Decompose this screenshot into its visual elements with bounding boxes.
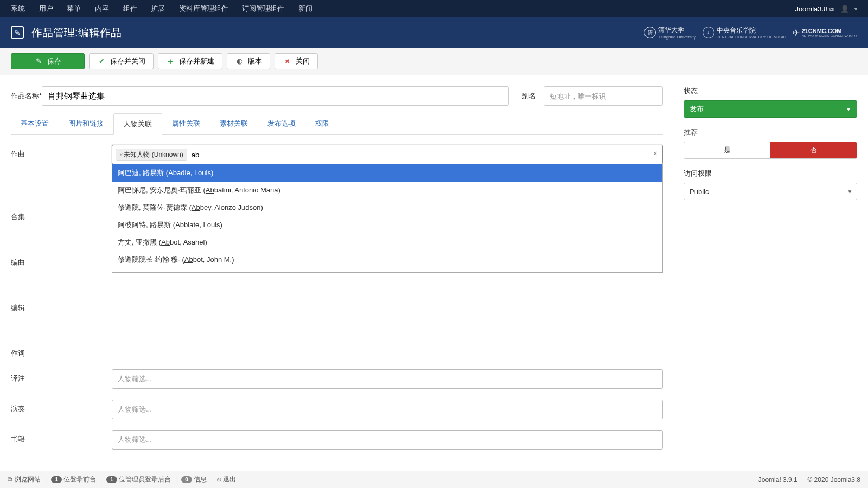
- chip-remove-icon[interactable]: ×: [119, 151, 123, 158]
- close-icon: [283, 57, 291, 66]
- check-icon: [97, 57, 106, 66]
- nav-item[interactable]: 组件: [123, 4, 137, 12]
- lyricist-label: 作词: [11, 344, 112, 358]
- count-badge: 0: [181, 476, 192, 483]
- dropdown-option[interactable]: 方丈, 亚撒黑 (Abbot, Asahel): [112, 234, 662, 251]
- dropdown-option[interactable]: 修道院, 莫隆佐·贾德森 (Abbey, Alonzo Judson): [112, 199, 662, 216]
- tsinghua-logo-icon: 清: [644, 27, 656, 38]
- editor-label: 编辑: [11, 299, 112, 313]
- nav-item[interactable]: 用户: [39, 4, 53, 12]
- admin-top-nav: 系统 用户 菜单 内容 组件 扩展 资料库管理组件 订阅管理组件 新闻 Joom…: [0, 0, 868, 17]
- save-icon: [34, 57, 43, 66]
- save-new-button[interactable]: 保存并新建: [158, 53, 222, 69]
- alias-input[interactable]: [544, 86, 663, 106]
- nav-item[interactable]: 菜单: [67, 4, 81, 12]
- performer-label: 演奏: [11, 400, 112, 419]
- featured-yes[interactable]: 是: [684, 142, 770, 158]
- logout-icon: ⎋: [217, 476, 221, 483]
- nav-item[interactable]: 扩展: [151, 4, 165, 12]
- book-multiselect[interactable]: 人物筛选...: [112, 430, 663, 450]
- dropdown-option[interactable]: 阿巴悌尼, 安东尼奥·玛丽亚 (Abbatini, Antonio Maria): [112, 182, 662, 199]
- caret-down-icon: ▼: [846, 106, 851, 112]
- composer-multiselect[interactable]: ×未知人物 (Unknown): [112, 145, 663, 164]
- user-icon[interactable]: [840, 5, 848, 12]
- status-bar: ⧉浏览网站 | 1 位登录前台 | 1 位管理员登录后台 | 0 信息 | ⎋ …: [0, 471, 868, 488]
- partner-logos: 清清华大学Tsinghua University ♪中央音乐学院CENTRAL …: [644, 25, 857, 40]
- cnmc-logo-icon: ✈: [793, 28, 800, 38]
- page-title: 作品管理:编辑作品: [31, 25, 122, 40]
- book-label: 书籍: [11, 430, 112, 450]
- nav-item[interactable]: 资料库管理组件: [179, 4, 228, 12]
- versions-button[interactable]: 版本: [227, 53, 270, 69]
- performer-multiselect[interactable]: 人物筛选...: [112, 400, 663, 419]
- caret-down-icon[interactable]: ▾: [854, 6, 857, 12]
- selected-chip: ×未知人物 (Unknown): [116, 149, 187, 161]
- nav-item[interactable]: 系统: [11, 4, 25, 12]
- tab-attrs[interactable]: 属性关联: [162, 113, 210, 134]
- annotator-label: 译注: [11, 369, 112, 389]
- work-name-label: 作品名称: [11, 92, 39, 100]
- featured-no[interactable]: 否: [770, 142, 857, 158]
- work-name-input[interactable]: [42, 86, 509, 106]
- nav-left: 系统 用户 菜单 内容 组件 扩展 资料库管理组件 订阅管理组件 新闻: [11, 4, 324, 14]
- annotator-multiselect[interactable]: 人物筛选...: [112, 369, 663, 389]
- nav-item[interactable]: 订阅管理组件: [242, 4, 284, 12]
- count-badge: 1: [51, 476, 62, 483]
- access-select[interactable]: Public▼: [684, 183, 857, 200]
- toolbar: 保存 保存并关闭 保存并新建 版本 关闭: [0, 48, 868, 75]
- nav-item[interactable]: 内容: [95, 4, 109, 12]
- caret-down-icon: ▼: [847, 189, 853, 195]
- edit-icon: ✎: [11, 26, 24, 39]
- collection-label: 合集: [11, 208, 112, 222]
- tab-materials[interactable]: 素材关联: [210, 113, 258, 134]
- close-button[interactable]: 关闭: [275, 53, 318, 69]
- composer-label: 作曲: [11, 145, 112, 164]
- status-label: 状态: [684, 86, 857, 96]
- tabs: 基本设置 图片和链接 人物关联 属性关联 素材关联 发布选项 权限: [11, 113, 663, 135]
- alias-label: 别名: [522, 91, 544, 101]
- ccom-logo-icon: ♪: [703, 27, 714, 38]
- footer-version: Joomla! 3.9.1 — © 2020 Joomla3.8: [758, 476, 860, 484]
- featured-label: 推荐: [684, 127, 857, 137]
- composer-dropdown: 阿巴迪, 路易斯 (Abadie, Louis)阿巴悌尼, 安东尼奥·玛丽亚 (…: [112, 164, 663, 273]
- access-label: 访问权限: [684, 169, 857, 178]
- versions-icon: [235, 57, 244, 66]
- tab-basic[interactable]: 基本设置: [11, 113, 59, 134]
- tab-images[interactable]: 图片和链接: [59, 113, 113, 134]
- site-name-link[interactable]: Joomla3.8 ⧉: [795, 5, 834, 13]
- frontend-users-link[interactable]: 1 位登录前台: [51, 475, 96, 484]
- save-close-button[interactable]: 保存并关闭: [89, 53, 154, 69]
- messages-link[interactable]: 0 信息: [181, 475, 207, 484]
- external-link-icon: ⧉: [829, 6, 834, 12]
- tab-perms[interactable]: 权限: [305, 113, 339, 134]
- dropdown-option[interactable]: 修道院院长·约翰·穆· (Abbot, John M.): [112, 251, 662, 268]
- composer-search-input[interactable]: [189, 150, 659, 160]
- logout-link[interactable]: ⎋ 退出: [217, 475, 235, 484]
- nav-item[interactable]: 新闻: [298, 4, 312, 12]
- page-header: ✎ 作品管理:编辑作品 清清华大学Tsinghua University ♪中央…: [0, 17, 868, 48]
- plus-icon: [166, 57, 175, 66]
- backend-users-link[interactable]: 1 位管理员登录后台: [106, 475, 171, 484]
- save-button[interactable]: 保存: [11, 53, 85, 69]
- nav-right: Joomla3.8 ⧉ ▾: [795, 5, 857, 13]
- status-select[interactable]: 发布▼: [684, 100, 857, 118]
- external-icon: ⧉: [8, 476, 12, 483]
- tab-publish[interactable]: 发布选项: [258, 113, 305, 134]
- tab-persons[interactable]: 人物关联: [113, 113, 162, 135]
- dropdown-option[interactable]: 阿彼阿特, 路易斯 (Abbiate, Louis): [112, 216, 662, 234]
- count-badge: 1: [106, 476, 117, 483]
- featured-toggle: 是 否: [684, 142, 857, 159]
- dropdown-option[interactable]: 阿伯特, 斯·第· (Abbott, C. D.): [112, 268, 662, 273]
- arranger-label: 编曲: [11, 253, 112, 267]
- clear-icon[interactable]: ×: [653, 149, 658, 158]
- dropdown-option[interactable]: 阿巴迪, 路易斯 (Abadie, Louis): [112, 164, 662, 182]
- view-site-link[interactable]: ⧉浏览网站: [8, 475, 41, 484]
